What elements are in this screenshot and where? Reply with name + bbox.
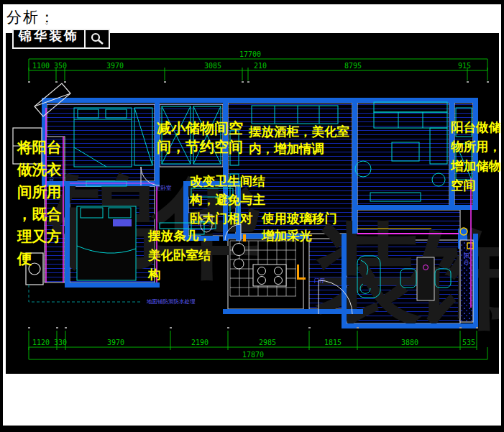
label-balcony-right: 阳台	[464, 253, 470, 265]
dim-top-5: 210	[254, 62, 267, 70]
dim-bot-5: 2985	[259, 339, 276, 346]
analysis-label: 分析：	[6, 7, 56, 27]
note-bathroom-structure: 改变卫生间结 构，避免与主 卧大门相对	[190, 172, 265, 228]
dim-bot-total: 17870	[242, 351, 264, 359]
frame-right-border	[501, 0, 504, 432]
note-balcony-storage: 阳台做储 物所用， 增加储物 空间	[451, 118, 501, 196]
dim-bot-1: 1120	[32, 339, 50, 346]
dim-bot-7: 3880	[401, 339, 418, 346]
dim-top-2: 350	[54, 62, 67, 70]
dim-top-6: 8795	[344, 62, 362, 70]
dim-bot-2: 330	[54, 339, 67, 346]
dim-top-4: 3085	[204, 62, 221, 70]
note-console-table: 摆放条几， 美化卧室结 构	[148, 226, 211, 285]
frame-top-border	[0, 0, 504, 4]
dim-bot-6: 1815	[324, 339, 342, 346]
dim-top-3: 3970	[106, 62, 124, 70]
dim-top-7: 915	[458, 62, 471, 70]
label-master-bedroom: 主卧室	[155, 185, 172, 192]
cursor-artifact: ᵥ	[45, 19, 48, 27]
frame-left-border	[0, 0, 3, 432]
bed-master	[77, 206, 136, 280]
frame-bottom-border	[0, 426, 504, 432]
dim-bot-4: 2190	[191, 339, 209, 346]
note-reduce-storage: 减小储物间空 间，节约空间	[157, 119, 243, 156]
page: 锦 华 装 饰	[0, 0, 504, 432]
logo-text: 锦华装饰	[14, 29, 84, 47]
note-laundry-balcony: 将阳台 做洗衣 间所用 ，既合 理又方 便	[17, 137, 62, 270]
magnifier-icon	[84, 30, 109, 47]
note-glass-sliding-door: 使用玻璃移门 增加采光	[262, 210, 337, 244]
dim-bot-8: 535	[462, 339, 475, 346]
company-logo: 锦华装饰	[12, 29, 110, 49]
dim-top-1: 1100	[32, 62, 50, 70]
note-wine-cabinet: 摆放酒柜，美化室 内，增加情调	[249, 123, 349, 157]
label-floor-treatment: 地面铺防滑防水处理	[147, 299, 196, 305]
dim-top-total: 17700	[239, 50, 261, 58]
label-hall: 门厅	[314, 278, 325, 285]
dim-bot-3: 3970	[107, 339, 124, 346]
